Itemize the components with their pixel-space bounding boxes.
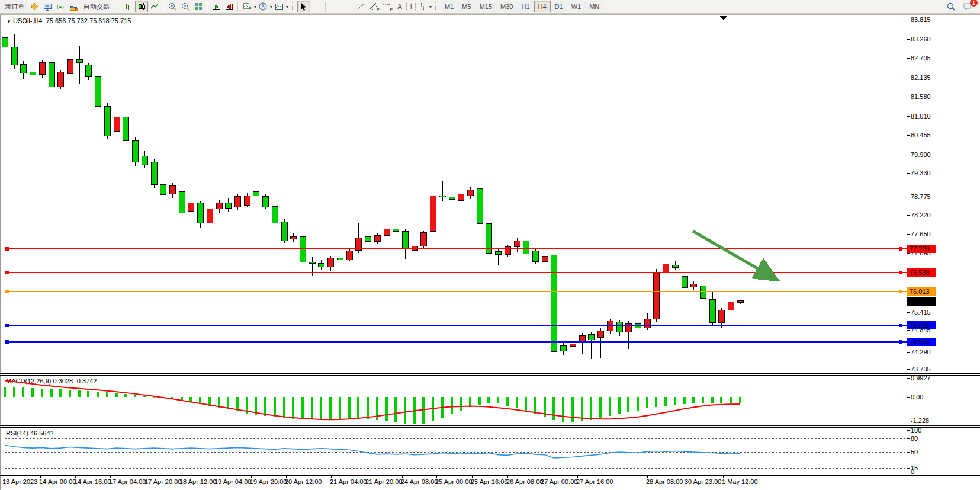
toolbar-separator xyxy=(325,2,326,12)
cursor-tool-icon[interactable] xyxy=(297,1,310,12)
text-label-tool-icon[interactable]: T xyxy=(406,2,416,11)
bar-chart-icon[interactable] xyxy=(122,1,135,12)
chart-menu-arrow[interactable]: ▼ xyxy=(7,19,11,24)
toolbar-separator xyxy=(207,2,208,12)
rsi-indicator-label: RSI(14) 46.5641 xyxy=(6,430,54,437)
community-icon[interactable] xyxy=(41,1,54,12)
chart-window[interactable]: ▼ USOil-,H4 75.656 75.732 75.618 75.715 … xyxy=(0,14,980,490)
notifications-icon[interactable]: 1 xyxy=(961,1,974,12)
toolbar-grip xyxy=(117,2,120,11)
periods-clock-icon[interactable] xyxy=(256,1,269,12)
equidistant-channel-tool-icon[interactable]: E xyxy=(367,1,380,12)
search-icon[interactable] xyxy=(944,1,957,12)
horizontal-line-tool-icon[interactable] xyxy=(341,1,354,12)
toolbar-separator xyxy=(237,2,239,12)
symbol-period-label: USOil-,H4 xyxy=(13,17,43,24)
autotrading-button[interactable]: 自动交易 xyxy=(80,1,113,12)
chart-shift-icon[interactable] xyxy=(223,1,236,12)
candlestick-chart-icon[interactable] xyxy=(135,1,148,12)
tf-d1-button[interactable]: D1 xyxy=(551,1,567,12)
toolbar-separator xyxy=(163,2,164,12)
fibo-sub-label: F xyxy=(390,7,393,12)
line-chart-icon[interactable] xyxy=(148,1,161,12)
chart-title: ▼ USOil-,H4 75.656 75.732 75.618 75.715 xyxy=(7,17,131,24)
market-watch-icon[interactable] xyxy=(28,1,41,12)
ohlc-values: 75.656 75.732 75.618 75.715 xyxy=(46,17,131,24)
tf-m15-button[interactable]: M15 xyxy=(475,1,496,12)
channel-sub-label: E xyxy=(377,7,380,12)
new-order-button[interactable]: 新订单 xyxy=(1,1,28,12)
tf-h1-button[interactable]: H1 xyxy=(517,1,534,12)
add-indicator-icon[interactable] xyxy=(240,1,253,12)
tile-windows-icon[interactable] xyxy=(192,1,205,12)
tf-m1-button[interactable]: M1 xyxy=(441,1,458,12)
toolbar-grip xyxy=(292,2,295,11)
auto-scroll-icon[interactable] xyxy=(210,1,223,12)
main-toolbar: 新订单 自动交易 ▾ xyxy=(0,0,980,14)
fibonacci-tool-icon[interactable]: F xyxy=(380,1,393,12)
crosshair-tool-icon[interactable] xyxy=(310,1,323,12)
signals-icon[interactable] xyxy=(54,1,67,12)
tf-h4-button[interactable]: H4 xyxy=(534,1,551,12)
arrows-dropdown[interactable]: ▾ xyxy=(429,4,432,9)
zoom-out-icon[interactable] xyxy=(179,1,192,12)
zoom-in-icon[interactable] xyxy=(166,1,179,12)
arrows-tool-icon[interactable] xyxy=(416,1,429,12)
trendline-tool-icon[interactable] xyxy=(354,1,367,12)
tf-m30-button[interactable]: M30 xyxy=(496,1,517,12)
template-icon[interactable] xyxy=(272,1,285,12)
vertical-line-tool-icon[interactable] xyxy=(328,1,341,12)
macd-indicator-label: MACD(12,26,9) 0.3028 -0.3742 xyxy=(6,377,97,385)
text-tool-icon[interactable]: A xyxy=(393,1,406,12)
template-dropdown[interactable]: ▾ xyxy=(286,4,288,9)
tf-w1-button[interactable]: W1 xyxy=(567,1,586,12)
terminal-window: 新订单 自动交易 ▾ xyxy=(0,0,980,490)
tf-m5-button[interactable]: M5 xyxy=(458,1,475,12)
toolbar-grip xyxy=(435,2,438,11)
autotrading-icon[interactable] xyxy=(67,1,80,12)
tf-mn-button[interactable]: MN xyxy=(585,1,603,12)
notification-badge: 1 xyxy=(970,0,978,7)
